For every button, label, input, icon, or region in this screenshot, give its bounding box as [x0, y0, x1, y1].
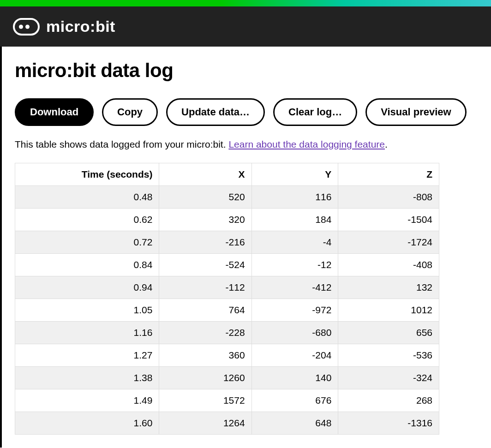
table-cell: 0.72: [15, 231, 159, 254]
header-bar: micro:bit: [0, 6, 491, 47]
column-header: X: [159, 163, 251, 186]
table-cell: -524: [159, 254, 251, 276]
table-row: 0.84-524-12-408: [15, 254, 439, 276]
table-cell: 1572: [159, 389, 251, 412]
table-row: 1.27360-204-536: [15, 344, 439, 367]
table-row: 0.94-112-412132: [15, 276, 439, 299]
table-cell: -324: [338, 367, 439, 389]
table-cell: 1260: [159, 367, 251, 389]
download-button[interactable]: Download: [15, 98, 94, 126]
data-table: Time (seconds)XYZ 0.48520116-8080.623201…: [15, 163, 439, 435]
table-row: 1.16-228-680656: [15, 322, 439, 344]
intro-paragraph: This table shows data logged from your m…: [15, 139, 478, 150]
table-cell: 0.48: [15, 186, 159, 209]
top-gradient-bar: [0, 0, 491, 6]
table-cell: 1.60: [15, 412, 159, 435]
toolbar: Download Copy Update data… Clear log… Vi…: [15, 98, 478, 126]
intro-period: .: [385, 139, 388, 149]
column-header: Time (seconds): [15, 163, 159, 186]
table-cell: 0.94: [15, 276, 159, 299]
intro-text: This table shows data logged from your m…: [15, 139, 228, 149]
page-title: micro:bit data log: [15, 60, 478, 82]
table-cell: 0.84: [15, 254, 159, 276]
table-cell: -680: [251, 322, 338, 344]
table-cell: 1.16: [15, 322, 159, 344]
content-area: micro:bit data log Download Copy Update …: [0, 47, 491, 448]
table-cell: -1316: [338, 412, 439, 435]
table-cell: 1264: [159, 412, 251, 435]
table-header-row: Time (seconds)XYZ: [15, 163, 439, 186]
visual-preview-button[interactable]: Visual preview: [365, 98, 466, 126]
table-cell: 520: [159, 186, 251, 209]
table-cell: 320: [159, 209, 251, 231]
table-cell: 1.05: [15, 299, 159, 322]
learn-link[interactable]: Learn about the data logging feature: [228, 139, 385, 149]
table-row: 1.491572676268: [15, 389, 439, 412]
table-cell: -1504: [338, 209, 439, 231]
table-cell: 676: [251, 389, 338, 412]
table-cell: -12: [251, 254, 338, 276]
table-cell: -408: [338, 254, 439, 276]
table-cell: 140: [251, 367, 338, 389]
clear-log-button[interactable]: Clear log…: [273, 98, 357, 126]
table-cell: 360: [159, 344, 251, 367]
table-cell: -972: [251, 299, 338, 322]
column-header: Z: [338, 163, 439, 186]
table-row: 0.62320184-1504: [15, 209, 439, 231]
table-row: 0.72-216-4-1724: [15, 231, 439, 254]
table-cell: -4: [251, 231, 338, 254]
table-cell: -204: [251, 344, 338, 367]
table-cell: 132: [338, 276, 439, 299]
table-cell: -1724: [338, 231, 439, 254]
logo: micro:bit: [13, 18, 115, 36]
table-cell: 0.62: [15, 209, 159, 231]
table-cell: 268: [338, 389, 439, 412]
table-cell: 648: [251, 412, 338, 435]
table-cell: 1012: [338, 299, 439, 322]
column-header: Y: [251, 163, 338, 186]
table-cell: -536: [338, 344, 439, 367]
table-row: 1.381260140-324: [15, 367, 439, 389]
copy-button[interactable]: Copy: [102, 98, 158, 126]
table-cell: 1.49: [15, 389, 159, 412]
brand-text: micro:bit: [46, 18, 115, 36]
table-cell: -216: [159, 231, 251, 254]
table-cell: 656: [338, 322, 439, 344]
table-cell: 116: [251, 186, 338, 209]
table-cell: -228: [159, 322, 251, 344]
update-data-button[interactable]: Update data…: [166, 98, 265, 126]
table-cell: 1.27: [15, 344, 159, 367]
table-row: 1.601264648-1316: [15, 412, 439, 435]
table-head: Time (seconds)XYZ: [15, 163, 439, 186]
table-cell: -412: [251, 276, 338, 299]
table-cell: 1.38: [15, 367, 159, 389]
table-row: 0.48520116-808: [15, 186, 439, 209]
table-row: 1.05764-9721012: [15, 299, 439, 322]
table-body: 0.48520116-8080.62320184-15040.72-216-4-…: [15, 186, 439, 435]
microbit-icon: [13, 18, 40, 36]
table-cell: 764: [159, 299, 251, 322]
table-cell: -112: [159, 276, 251, 299]
table-cell: 184: [251, 209, 338, 231]
table-cell: -808: [338, 186, 439, 209]
